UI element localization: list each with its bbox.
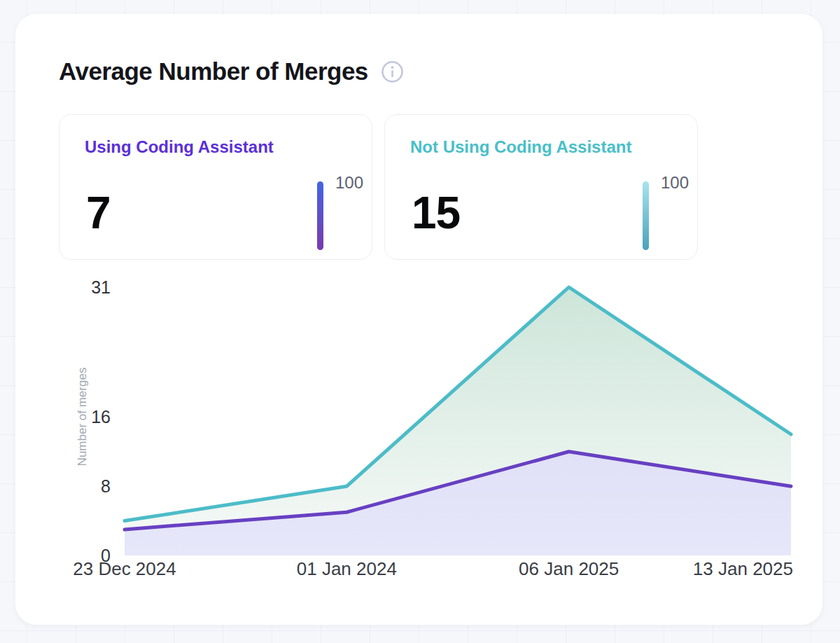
x-tick-label: 23 Dec 2024: [73, 558, 176, 579]
x-tick-label: 13 Jan 2025: [693, 558, 793, 579]
merges-panel: 081631Number of merges23 Dec 202401 Jan …: [15, 14, 822, 625]
gradient-scale-bar: [317, 181, 323, 250]
x-tick-label: 06 Jan 2025: [519, 558, 619, 579]
stat-card-not-using-assistant: Not Using Coding Assistant 15 100: [384, 114, 698, 260]
chart-area: 081631Number of merges23 Dec 202401 Jan …: [15, 14, 822, 625]
gradient-scale-bar: [643, 181, 649, 250]
y-tick-label: 31: [91, 277, 111, 297]
scale-max-label: 100: [335, 174, 363, 192]
stat-value: 7: [86, 191, 111, 235]
y-axis-label: Number of merges: [76, 368, 89, 466]
stat-title: Using Coding Assistant: [85, 137, 274, 157]
page-title: Average Number of Merges: [59, 57, 368, 85]
scale-max-label: 100: [661, 174, 689, 192]
x-tick-label: 01 Jan 2024: [297, 558, 397, 579]
stat-title: Not Using Coding Assistant: [410, 137, 631, 157]
panel-header: Average Number of Merges: [59, 57, 404, 85]
info-icon[interactable]: [381, 60, 404, 83]
stat-card-using-assistant: Using Coding Assistant 7 100: [59, 114, 372, 260]
stat-value: 15: [412, 191, 460, 235]
y-tick-label: 8: [101, 476, 111, 496]
y-tick-label: 16: [91, 407, 111, 427]
merges-area-chart: 081631Number of merges23 Dec 202401 Jan …: [15, 14, 822, 625]
